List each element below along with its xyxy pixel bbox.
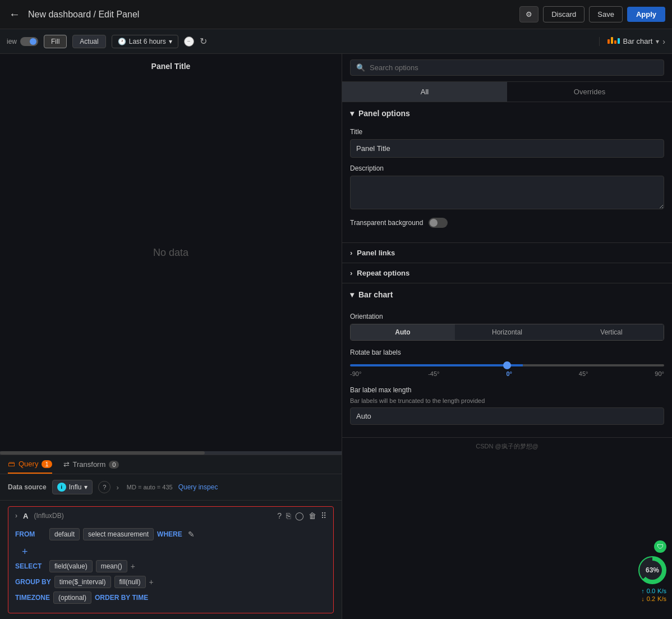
orient-auto-btn[interactable]: Auto — [351, 324, 455, 340]
query-tab-icon: 🗃 — [8, 460, 15, 468]
tab-query[interactable]: 🗃 Query 1 — [8, 460, 52, 474]
data-source-label: Data source — [8, 483, 47, 491]
mean-val[interactable]: mean() — [96, 560, 127, 572]
gear-icon: ⚙ — [526, 10, 532, 19]
chart-type-chevron[interactable]: ▾ — [656, 38, 659, 45]
query-fields: FROM default select measurement WHERE ✎ … — [8, 525, 333, 613]
top-bar-left: ← New dashboard / Edit Panel — [7, 6, 513, 23]
apply-button[interactable]: Apply — [627, 7, 665, 22]
rotate-slider[interactable] — [350, 364, 664, 366]
panel-scrollbar[interactable] — [0, 451, 342, 455]
orient-horizontal-btn[interactable]: Horizontal — [455, 324, 559, 340]
query-inspect-button[interactable]: Query inspec — [178, 483, 218, 491]
panel-preview: Panel Title No data — [0, 54, 342, 451]
widget-circle: 63% — [638, 556, 666, 584]
panel-options-chevron: ▾ — [350, 109, 354, 118]
orient-vertical-btn[interactable]: Vertical — [559, 324, 664, 340]
refresh-button[interactable]: ↻ — [200, 36, 207, 47]
where-keyword[interactable]: WHERE — [157, 530, 182, 538]
from-keyword: FROM — [15, 530, 46, 538]
title-label: Title — [350, 128, 664, 136]
repeat-options-row[interactable]: › Repeat options — [342, 263, 672, 283]
field-value-val[interactable]: field(value) — [49, 560, 93, 572]
panel-links-row[interactable]: › Panel links — [342, 243, 672, 263]
orientation-label: Orientation — [350, 313, 664, 320]
speed-down-arrow: ↓ — [641, 595, 645, 602]
chart-type-label: Bar chart — [623, 37, 653, 45]
groupby-add-btn[interactable]: + — [149, 577, 154, 586]
query-delete-btn[interactable]: 🗑 — [309, 511, 316, 520]
query-tab-label: Query — [19, 460, 38, 468]
data-source-bar: Data source i Influ ▾ ? › MD = auto = 43… — [0, 474, 342, 501]
query-row-header: › A (InfluxDB) ? ⎘ ◯ 🗑 ⠿ — [8, 507, 333, 525]
tab-transform[interactable]: ⇄ Transform 0 — [63, 460, 119, 473]
speed-down-item: ↓ 0.2 K/s — [641, 595, 666, 602]
tab-all[interactable]: All — [342, 82, 507, 102]
add-filter-btn[interactable]: + — [22, 546, 28, 558]
from-val[interactable]: default — [49, 528, 80, 540]
page-title: New dashboard / Edit Panel — [28, 10, 139, 20]
speed-down-val: 0.2 — [647, 595, 655, 602]
query-help-btn[interactable]: ? — [277, 511, 282, 520]
save-button[interactable]: Save — [589, 6, 623, 22]
groupby-val[interactable]: time($_interval) — [54, 576, 111, 588]
search-bar: 🔍 — [342, 54, 672, 82]
top-bar-right: ⚙ Discard Save Apply — [519, 6, 665, 22]
fill-null-val[interactable]: fill(null) — [114, 576, 146, 588]
query-copy-btn[interactable]: ⎘ — [286, 511, 291, 520]
select-measurement-val[interactable]: select measurement — [83, 528, 154, 540]
influx-icon: i — [57, 483, 66, 492]
bar-label-max-desc: Bar labels will be truncated to the leng… — [350, 397, 664, 404]
search-input-wrap: 🔍 — [350, 59, 664, 76]
zoom-out-button[interactable]: − — [184, 36, 194, 47]
back-button[interactable]: ← — [7, 6, 22, 23]
transform-tab-label: Transform — [73, 460, 106, 469]
bar-label-max-input[interactable] — [350, 407, 664, 425]
tick-neg45: -45° — [428, 370, 439, 377]
bar-chart-section-label: Bar chart — [358, 290, 393, 299]
collapse-arrow[interactable]: › — [15, 512, 17, 520]
description-label: Description — [350, 164, 664, 172]
transparent-bg-label: Transparent background — [350, 219, 423, 227]
view-toggle-wrap: iew — [7, 37, 38, 46]
view-label: iew — [7, 38, 17, 45]
panel-options-section: ▾ Panel options Title Description Transp… — [342, 102, 672, 243]
panel-options-title: Panel options — [358, 109, 410, 118]
help-button[interactable]: ? — [98, 481, 111, 493]
widget-inner: 63% — [643, 561, 662, 580]
bar-chart-header[interactable]: ▾ Bar chart — [342, 283, 672, 306]
tab-overrides[interactable]: Overrides — [507, 82, 672, 102]
shield-badge: 🛡 — [654, 540, 666, 553]
watermark: CSDN @疯子的梦想@ — [342, 438, 672, 455]
rotate-label: Rotate bar labels — [350, 349, 664, 356]
panel-title-input[interactable] — [350, 139, 664, 158]
chart-type-arrow[interactable]: › — [662, 37, 665, 46]
groupby-keyword: GROUP BY — [15, 578, 51, 586]
query-visibility-btn[interactable]: ◯ — [295, 511, 304, 520]
select-add-btn[interactable]: + — [131, 562, 135, 571]
options-tabs: All Overrides — [342, 82, 672, 102]
time-range-label: Last 6 hours — [129, 38, 166, 45]
data-source-select[interactable]: i Influ ▾ — [52, 480, 93, 494]
view-toggle[interactable] — [20, 37, 38, 46]
description-textarea[interactable] — [350, 176, 664, 209]
panel-options-header[interactable]: ▾ Panel options — [342, 102, 672, 125]
timezone-val[interactable]: (optional) — [53, 592, 91, 604]
orientation-buttons: Auto Horizontal Vertical — [350, 324, 664, 341]
actual-button[interactable]: Actual — [72, 35, 105, 48]
fill-button[interactable]: Fill — [44, 35, 67, 48]
transparent-bg-toggle[interactable] — [429, 218, 448, 228]
bar-chart-body: Orientation Auto Horizontal Vertical Rot… — [342, 306, 672, 437]
order-by-time[interactable]: ORDER BY TIME — [95, 594, 148, 602]
search-input[interactable] — [370, 63, 658, 72]
minus-icon: − — [187, 38, 191, 44]
query-db-label: (InfluxDB) — [34, 512, 63, 520]
settings-button[interactable]: ⚙ — [519, 6, 538, 22]
float-widget: 🛡 63% ↑ 0.0 K/s ↓ 0.2 K/s — [638, 540, 666, 602]
timezone-keyword: TIMEZONE — [15, 594, 50, 602]
bar-chart-section: ▾ Bar chart Orientation Auto Horizontal … — [342, 283, 672, 438]
query-drag-btn[interactable]: ⠿ — [321, 511, 326, 520]
where-edit-btn[interactable]: ✎ — [188, 530, 195, 539]
discard-button[interactable]: Discard — [543, 6, 584, 22]
time-range-button[interactable]: 🕐 Last 6 hours ▾ — [112, 35, 178, 48]
